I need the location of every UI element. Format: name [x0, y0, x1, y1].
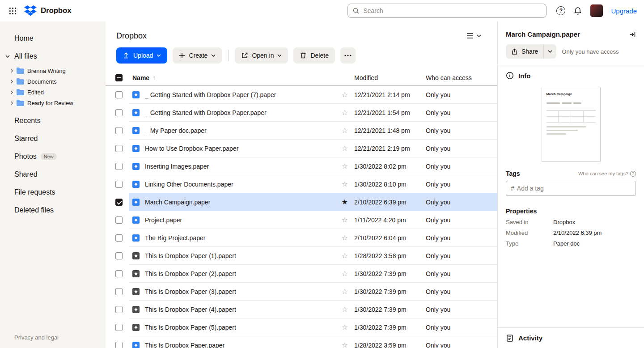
sidebar-item-shared[interactable]: Shared	[0, 166, 106, 183]
file-row[interactable]: This Is Dropbox Paper (5).papert ☆ 1/30/…	[106, 318, 497, 336]
chevron-right-icon[interactable]	[10, 69, 13, 73]
file-name[interactable]: March Campaign.paper	[145, 199, 341, 206]
star-icon[interactable]: ☆	[341, 216, 349, 224]
row-checkbox[interactable]	[115, 270, 123, 277]
sidebar-item-home[interactable]: Home	[0, 30, 106, 47]
file-name[interactable]: How to Use Dropbox Paper.paper	[145, 145, 341, 152]
sidebar-item-all-files[interactable]: All files	[0, 47, 106, 65]
search-bar[interactable]	[347, 4, 547, 18]
row-checkbox[interactable]	[115, 127, 123, 134]
collapse-panel-icon[interactable]	[629, 31, 636, 38]
row-checkbox[interactable]	[115, 145, 123, 152]
folder-tree-item[interactable]: Documents	[0, 76, 106, 87]
file-row[interactable]: _ Getting Started with Dropbox Paper (7)…	[106, 86, 497, 104]
apps-grid-icon[interactable]	[7, 5, 18, 16]
privacy-legal-link[interactable]: Privacy and legal	[14, 334, 59, 341]
chevron-right-icon[interactable]	[10, 80, 13, 84]
share-dropdown-chevron[interactable]	[544, 44, 556, 59]
more-actions-button[interactable]	[340, 47, 356, 64]
star-icon[interactable]: ☆	[341, 109, 349, 116]
file-name[interactable]: This Is Dropbox Paper (3).papert	[145, 288, 341, 295]
star-icon[interactable]: ☆	[341, 288, 349, 295]
file-name[interactable]: This Is Dropbox Paper (4).papert	[145, 306, 341, 313]
row-checkbox[interactable]	[115, 181, 123, 188]
delete-button[interactable]: Delete	[293, 47, 335, 64]
file-row[interactable]: Project.paper ☆ 1/11/2022 4:20 pm Only y…	[106, 211, 497, 229]
star-icon[interactable]: ☆	[341, 145, 349, 152]
tag-input[interactable]	[517, 185, 631, 192]
star-icon[interactable]: ☆	[341, 181, 349, 188]
add-tag-field[interactable]: #	[506, 181, 636, 196]
help-icon[interactable]: ?	[556, 6, 565, 15]
folder-tree-item[interactable]: Ready for Review	[0, 98, 106, 108]
row-checkbox[interactable]	[115, 252, 123, 259]
file-row[interactable]: _ Getting Started with Dropbox Paper.pap…	[106, 104, 497, 122]
file-name[interactable]: This Is Dropbox Paper.paper	[145, 342, 341, 348]
create-button[interactable]: Create	[173, 47, 222, 64]
chevron-right-icon[interactable]	[10, 90, 13, 94]
row-checkbox[interactable]	[115, 216, 123, 224]
row-checkbox[interactable]	[115, 163, 123, 170]
row-checkbox[interactable]	[115, 342, 123, 348]
row-checkbox[interactable]	[115, 109, 123, 116]
file-row[interactable]: This Is Dropbox Paper (3).papert ☆ 1/30/…	[106, 283, 497, 301]
tags-help-link[interactable]: Who can see my tags? ?	[578, 171, 636, 177]
file-row[interactable]: Linking Other Documents.paper ☆ 1/30/202…	[106, 175, 497, 193]
notifications-bell-icon[interactable]	[573, 6, 582, 15]
star-icon[interactable]: ☆	[341, 270, 349, 277]
star-icon[interactable]: ☆	[341, 342, 349, 348]
file-name[interactable]: The Big Project.paper	[145, 234, 341, 242]
upload-button[interactable]: Upload	[116, 47, 167, 64]
avatar[interactable]	[590, 4, 603, 17]
star-icon[interactable]: ☆	[341, 234, 349, 242]
activity-section[interactable]: Activity	[498, 327, 644, 348]
file-row[interactable]: March Campaign.paper ★ 2/10/2022 6:39 pm…	[106, 193, 497, 211]
column-header-name[interactable]: Name ↑	[132, 74, 341, 81]
file-name[interactable]: Inserting Images.paper	[145, 163, 341, 170]
row-checkbox[interactable]	[115, 91, 123, 98]
row-checkbox[interactable]	[115, 234, 123, 242]
column-header-modified[interactable]: Modified	[354, 74, 426, 81]
file-row[interactable]: Inserting Images.paper ☆ 1/30/2022 8:02 …	[106, 157, 497, 175]
file-name[interactable]: This Is Dropbox Paper (2).papert	[145, 270, 341, 277]
star-icon[interactable]: ☆	[341, 252, 349, 259]
chevron-down-icon[interactable]	[4, 55, 11, 58]
folder-tree-item[interactable]: Edited	[0, 87, 106, 98]
file-row[interactable]: This Is Dropbox Paper (2).papert ☆ 1/30/…	[106, 265, 497, 283]
search-input[interactable]	[363, 7, 542, 14]
star-icon[interactable]: ☆	[341, 127, 349, 134]
file-name[interactable]: This Is Dropbox Paper (5).papert	[145, 324, 341, 331]
upgrade-link[interactable]: Upgrade	[611, 7, 637, 15]
share-button[interactable]: Share	[506, 44, 556, 59]
sidebar-item-deleted-files[interactable]: Deleted files	[0, 201, 106, 219]
dropbox-logo[interactable]: Dropbox	[24, 5, 71, 17]
select-all-checkbox[interactable]	[115, 74, 123, 81]
sidebar-item-recents[interactable]: Recents	[0, 112, 106, 130]
row-checkbox[interactable]	[115, 324, 123, 331]
star-icon[interactable]: ☆	[341, 306, 349, 313]
file-name[interactable]: Project.paper	[145, 216, 341, 224]
chevron-right-icon[interactable]	[10, 101, 13, 105]
sidebar-item-starred[interactable]: Starred	[0, 130, 106, 148]
file-name[interactable]: _ Getting Started with Dropbox Paper (7)…	[145, 91, 341, 98]
row-checkbox[interactable]	[115, 199, 123, 206]
saved-in-value[interactable]: Dropbox	[553, 219, 575, 225]
file-preview-thumbnail[interactable]: March Campaign	[542, 87, 601, 162]
file-name[interactable]: _ Getting Started with Dropbox Paper.pap…	[145, 109, 341, 116]
file-row[interactable]: _ My Paper doc.paper ☆ 12/21/2021 1:48 p…	[106, 122, 497, 140]
star-icon[interactable]: ☆	[341, 91, 349, 98]
star-icon[interactable]: ☆	[341, 163, 349, 170]
file-row[interactable]: This Is Dropbox Paper.paper ☆ 1/28/2022 …	[106, 336, 497, 348]
open-in-button[interactable]: Open in	[235, 47, 288, 64]
sidebar-item-file-requests[interactable]: File requests	[0, 183, 106, 201]
star-icon[interactable]: ★	[341, 199, 349, 206]
file-row[interactable]: The Big Project.paper ☆ 2/10/2022 6:04 p…	[106, 229, 497, 247]
star-icon[interactable]: ☆	[341, 324, 349, 331]
folder-tree-item[interactable]: Brenna Writing	[0, 65, 106, 76]
file-name[interactable]: Linking Other Documents.paper	[145, 181, 341, 188]
file-row[interactable]: This Is Dropbox Paper (4).papert ☆ 1/30/…	[106, 301, 497, 318]
file-row[interactable]: How to Use Dropbox Paper.paper ☆ 12/21/2…	[106, 140, 497, 157]
column-header-access[interactable]: Who can access	[426, 74, 497, 81]
row-checkbox[interactable]	[115, 288, 123, 295]
file-name[interactable]: _ My Paper doc.paper	[145, 127, 341, 134]
